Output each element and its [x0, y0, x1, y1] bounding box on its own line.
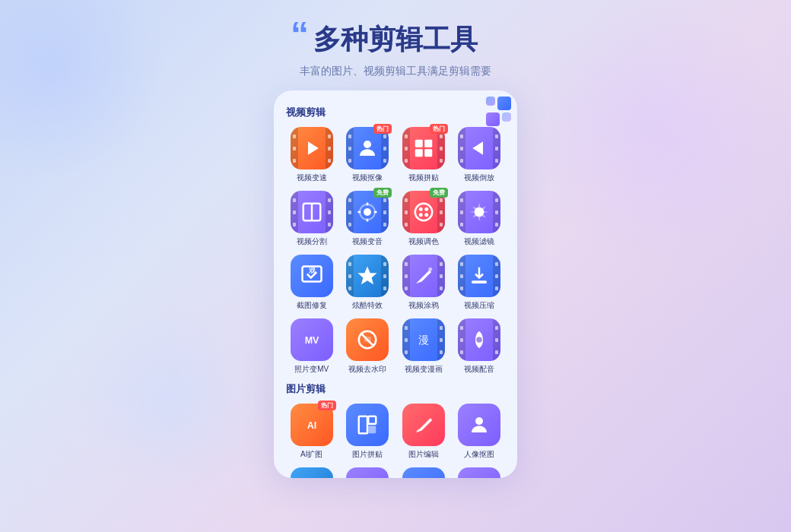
icon-box-视频去水印[interactable]: 印	[346, 318, 389, 361]
list-item[interactable]: 视频涂鸦	[398, 255, 450, 311]
svg-text:印: 印	[364, 336, 371, 344]
icon-box-图片拼贴[interactable]	[346, 404, 389, 446]
svg-rect-30	[369, 416, 376, 424]
list-item[interactable]: 图片流动	[286, 467, 338, 478]
list-item[interactable]: 视频变速	[286, 127, 338, 183]
list-item[interactable]: MV 照片变MV	[286, 318, 338, 375]
list-item[interactable]: 炫酷特效	[342, 255, 394, 311]
icon-box-视频压缩[interactable]	[458, 255, 500, 297]
list-item[interactable]: 横向拼长图	[398, 467, 450, 478]
icon-box-变音[interactable]: 免费	[346, 191, 389, 233]
icon-box-宫格切图[interactable]	[346, 467, 389, 478]
svg-text:AI: AI	[307, 420, 317, 431]
icon-box-图片编辑[interactable]	[402, 404, 445, 446]
icon-box-视频配音[interactable]	[458, 318, 500, 361]
icon-box-AI扩图[interactable]: AI 热门	[291, 404, 333, 446]
list-item[interactable]: 印 视频去水印	[342, 318, 394, 375]
header: 多种剪辑工具 丰富的图片、视频剪辑工具满足剪辑需要	[300, 0, 491, 90]
icon-box-视频涂鸦[interactable]	[402, 255, 445, 297]
list-item[interactable]: 物品抠图	[454, 467, 506, 478]
hot-badge: 热门	[318, 401, 336, 410]
list-item[interactable]: AI 热门 AI扩图	[286, 404, 338, 460]
section-label-image: 图片剪辑	[286, 382, 505, 396]
hot-badge: 热门	[373, 124, 392, 134]
image-icons-grid: AI 热门 AI扩图 图片拼贴 图片编辑	[286, 404, 505, 478]
icon-box-倒放[interactable]	[458, 127, 500, 169]
list-item[interactable]: 视频压缩	[454, 255, 506, 311]
icon-box-图片流动[interactable]	[291, 467, 333, 478]
icon-box-炫酷特效[interactable]	[346, 255, 389, 297]
list-item[interactable]: 热门 视频拼贴	[398, 127, 450, 183]
svg-text:戏: 戏	[307, 267, 315, 274]
scroll-area[interactable]: 视频剪辑 视频变速 热门 视频抠像	[286, 103, 505, 478]
svg-rect-29	[359, 416, 367, 434]
svg-point-32	[475, 417, 483, 425]
page-title: 多种剪辑工具	[313, 21, 478, 59]
list-item[interactable]: 视频滤镜	[454, 191, 506, 247]
list-item[interactable]: 视频分割	[286, 191, 338, 247]
icon-box-分割[interactable]	[291, 191, 333, 233]
free-badge: 免费	[373, 188, 392, 198]
list-item[interactable]: 视频倒放	[454, 127, 506, 183]
corner-decoration	[475, 97, 511, 127]
icon-box-物品抠图[interactable]	[458, 467, 500, 478]
list-item[interactable]: 图片编辑	[398, 404, 450, 460]
icon-box-横向拼长图[interactable]	[402, 467, 445, 478]
list-item[interactable]: 漫 视频变漫画	[398, 318, 450, 375]
svg-rect-31	[369, 426, 376, 433]
icon-box-照片变MV[interactable]: MV	[291, 318, 333, 361]
list-item[interactable]: 视频配音	[454, 318, 506, 375]
icon-box-拼贴[interactable]: 热门	[402, 127, 445, 169]
list-item[interactable]: 戏 截图修复	[286, 255, 338, 311]
hot-badge: 热门	[430, 124, 448, 134]
section-label-video: 视频剪辑	[286, 106, 505, 119]
list-item[interactable]: 热门 视频抠像	[342, 127, 394, 183]
list-item[interactable]: 免费 视频调色	[398, 191, 450, 247]
icon-box-人像抠图[interactable]	[458, 404, 500, 446]
icon-box-调色[interactable]: 免费	[402, 191, 445, 233]
video-icons-grid: 视频变速 热门 视频抠像 热门 视频拼贴	[286, 127, 505, 375]
list-item[interactable]: 人像抠图	[454, 404, 506, 460]
list-item[interactable]: 图片拼贴	[342, 404, 394, 460]
svg-text:MV: MV	[304, 335, 319, 346]
page-subtitle: 丰富的图片、视频剪辑工具满足剪辑需要	[300, 65, 491, 78]
icon-box-抠像[interactable]: 热门	[346, 127, 389, 169]
icon-box-变速[interactable]	[291, 127, 333, 169]
icon-box-滤镜[interactable]	[458, 191, 500, 233]
icon-box-截图修复[interactable]: 戏	[291, 255, 333, 297]
list-item[interactable]: 宫格切图	[342, 467, 394, 478]
phone-card: 视频剪辑 视频变速 热门 视频抠像	[274, 90, 517, 478]
list-item[interactable]: 免费 视频变音	[342, 191, 394, 247]
free-badge: 免费	[430, 188, 448, 198]
icon-box-视频变漫画[interactable]: 漫	[402, 318, 445, 361]
